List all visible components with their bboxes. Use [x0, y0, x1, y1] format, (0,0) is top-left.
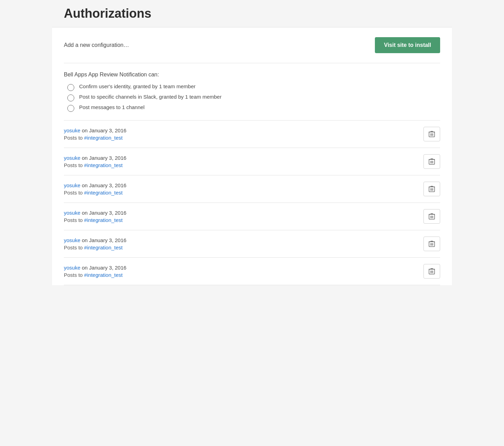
permissions-list: Confirm user's identity, granted by 1 te…	[64, 82, 440, 113]
auth-date: on January 3, 2016	[82, 127, 126, 133]
auth-user-line: yosuke on January 3, 2016	[64, 155, 126, 161]
authorization-row: yosuke on January 3, 2016 Posts to #inte…	[64, 230, 440, 258]
auth-user-line: yosuke on January 3, 2016	[64, 182, 126, 188]
auth-channel-line: Posts to #integration_test	[64, 272, 126, 278]
auth-user-link[interactable]: yosuke	[64, 182, 81, 188]
permission-item-2: Post to specific channels in Slack, gran…	[64, 92, 440, 103]
posts-to-label: Posts to	[64, 190, 84, 196]
bullet-icon	[67, 105, 74, 112]
auth-date: on January 3, 2016	[82, 237, 126, 243]
auth-info: yosuke on January 3, 2016 Posts to #inte…	[64, 182, 126, 196]
auth-channel-link[interactable]: #integration_test	[84, 245, 123, 250]
permissions-heading: Bell Apps App Review Notification can:	[64, 72, 440, 78]
page-container: Authorizations Add a new configuration… …	[52, 0, 452, 285]
delete-button[interactable]	[423, 264, 440, 279]
posts-to-label: Posts to	[64, 217, 84, 223]
authorization-row: yosuke on January 3, 2016 Posts to #inte…	[64, 258, 440, 285]
permission-text-1: Confirm user's identity, granted by 1 te…	[79, 83, 195, 89]
auth-date: on January 3, 2016	[82, 182, 126, 188]
auth-user-line: yosuke on January 3, 2016	[64, 210, 126, 216]
posts-to-label: Posts to	[64, 272, 84, 278]
auth-channel-link[interactable]: #integration_test	[84, 217, 123, 223]
delete-button[interactable]	[423, 182, 440, 196]
trash-icon	[429, 158, 435, 165]
auth-user-link[interactable]: yosuke	[64, 127, 81, 133]
auth-info: yosuke on January 3, 2016 Posts to #inte…	[64, 237, 126, 250]
bullet-icon	[67, 84, 74, 91]
auth-user-line: yosuke on January 3, 2016	[64, 237, 126, 243]
trash-icon	[429, 185, 435, 192]
auth-channel-link[interactable]: #integration_test	[84, 272, 123, 278]
authorization-row: yosuke on January 3, 2016 Posts to #inte…	[64, 203, 440, 230]
auth-user-link[interactable]: yosuke	[64, 210, 81, 216]
authorization-row: yosuke on January 3, 2016 Posts to #inte…	[64, 148, 440, 175]
page-header: Authorizations	[52, 0, 452, 27]
posts-to-label: Posts to	[64, 162, 84, 168]
auth-channel-line: Posts to #integration_test	[64, 217, 126, 223]
new-config-text: Add a new configuration…	[64, 42, 129, 48]
auth-info: yosuke on January 3, 2016 Posts to #inte…	[64, 210, 126, 223]
content-area: Add a new configuration… Visit site to i…	[52, 27, 452, 285]
authorization-row: yosuke on January 3, 2016 Posts to #inte…	[64, 121, 440, 148]
permission-text-3: Post messages to 1 channel	[79, 104, 144, 110]
delete-button[interactable]	[423, 209, 440, 224]
bullet-icon	[67, 94, 74, 101]
permissions-section: Bell Apps App Review Notification can: C…	[64, 63, 440, 121]
auth-date: on January 3, 2016	[82, 265, 126, 271]
authorizations-list: yosuke on January 3, 2016 Posts to #inte…	[64, 121, 440, 285]
auth-info: yosuke on January 3, 2016 Posts to #inte…	[64, 155, 126, 168]
permission-item-3: Post messages to 1 channel	[64, 103, 440, 113]
auth-info: yosuke on January 3, 2016 Posts to #inte…	[64, 265, 126, 278]
auth-channel-line: Posts to #integration_test	[64, 135, 126, 141]
visit-site-button[interactable]: Visit site to install	[375, 37, 440, 53]
auth-channel-link[interactable]: #integration_test	[84, 162, 123, 168]
delete-button[interactable]	[423, 154, 440, 169]
auth-user-link[interactable]: yosuke	[64, 265, 81, 271]
auth-info: yosuke on January 3, 2016 Posts to #inte…	[64, 127, 126, 141]
auth-channel-line: Posts to #integration_test	[64, 162, 126, 168]
delete-button[interactable]	[423, 237, 440, 251]
authorization-row: yosuke on January 3, 2016 Posts to #inte…	[64, 175, 440, 203]
trash-icon	[429, 240, 435, 247]
trash-icon	[429, 131, 435, 138]
auth-channel-link[interactable]: #integration_test	[84, 135, 123, 141]
auth-date: on January 3, 2016	[82, 210, 126, 216]
auth-user-line: yosuke on January 3, 2016	[64, 265, 126, 271]
posts-to-label: Posts to	[64, 135, 84, 141]
auth-channel-line: Posts to #integration_test	[64, 190, 126, 196]
delete-button[interactable]	[423, 127, 440, 141]
trash-icon	[429, 268, 435, 275]
page-title: Authorizations	[64, 6, 440, 21]
auth-user-line: yosuke on January 3, 2016	[64, 127, 126, 133]
auth-user-link[interactable]: yosuke	[64, 155, 81, 161]
auth-channel-link[interactable]: #integration_test	[84, 190, 123, 196]
posts-to-label: Posts to	[64, 245, 84, 250]
permission-item-1: Confirm user's identity, granted by 1 te…	[64, 82, 440, 92]
auth-channel-line: Posts to #integration_test	[64, 245, 126, 250]
auth-date: on January 3, 2016	[82, 155, 126, 161]
permission-text-2: Post to specific channels in Slack, gran…	[79, 94, 221, 100]
auth-user-link[interactable]: yosuke	[64, 237, 81, 243]
trash-icon	[429, 213, 435, 220]
new-config-row: Add a new configuration… Visit site to i…	[64, 27, 440, 63]
